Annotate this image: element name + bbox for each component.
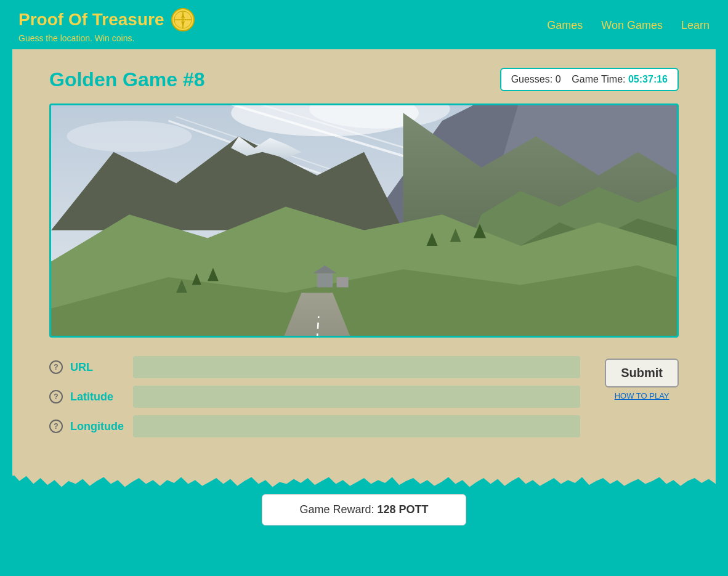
url-help-icon[interactable]: ? (49, 360, 63, 374)
street-view-image: Google (51, 105, 677, 338)
footer: Game Reward: 128 POTT (0, 476, 728, 538)
game-time-label: Game Time: (572, 74, 625, 84)
header: Proof Of Treasure Guess the location. Wi… (0, 0, 728, 49)
game-time-value: 05:37:16 (628, 74, 668, 84)
fields-section: ? URL ? Latitude ? Longitude (49, 356, 580, 445)
reward-bar: Game Reward: 128 POTT (262, 494, 466, 525)
form-area: ? URL ? Latitude ? Longitude (49, 356, 679, 445)
brand-row: Proof Of Treasure (18, 7, 195, 32)
url-label: URL (70, 361, 126, 374)
submit-section: Submit HOW TO PLAY (605, 356, 679, 400)
compass-icon (171, 7, 195, 32)
guesses-label: Guesses: (511, 74, 553, 84)
longitude-input[interactable] (133, 415, 580, 437)
main-nav: Games Won Games Learn (547, 19, 710, 32)
main-content: Golden Game #8 Guesses: 0 Game Time: 05:… (12, 49, 716, 476)
url-input[interactable] (133, 356, 580, 378)
svg-rect-30 (337, 277, 349, 288)
guesses-value: 0 (556, 74, 561, 84)
game-title: Golden Game #8 (49, 68, 205, 91)
latitude-help-icon[interactable]: ? (49, 390, 63, 404)
longitude-help-icon[interactable]: ? (49, 420, 63, 433)
nav-learn[interactable]: Learn (681, 19, 710, 32)
brand-title: Proof Of Treasure (18, 10, 164, 30)
street-view-container: Google (49, 103, 679, 338)
latitude-label: Latitude (70, 391, 126, 404)
game-stats: Guesses: 0 Game Time: 05:37:16 (500, 68, 679, 91)
how-to-play-link[interactable]: HOW TO PLAY (615, 391, 669, 400)
submit-button[interactable]: Submit (605, 359, 679, 387)
longitude-field-row: ? Longitude (49, 415, 580, 437)
longitude-label: Longitude (70, 420, 126, 433)
url-field-row: ? URL (49, 356, 580, 378)
svg-rect-28 (317, 274, 333, 288)
brand-section: Proof Of Treasure Guess the location. Wi… (18, 7, 195, 43)
reward-amount: 128 POTT (378, 503, 429, 516)
reward-label: Game Reward: (299, 503, 374, 516)
nav-won-games[interactable]: Won Games (601, 19, 663, 32)
latitude-field-row: ? Latitude (49, 386, 580, 408)
nav-games[interactable]: Games (547, 19, 583, 32)
svg-point-14 (67, 121, 192, 152)
brand-subtitle: Guess the location. Win coins. (18, 33, 195, 43)
game-header: Golden Game #8 Guesses: 0 Game Time: 05:… (49, 68, 679, 91)
latitude-input[interactable] (133, 386, 580, 408)
